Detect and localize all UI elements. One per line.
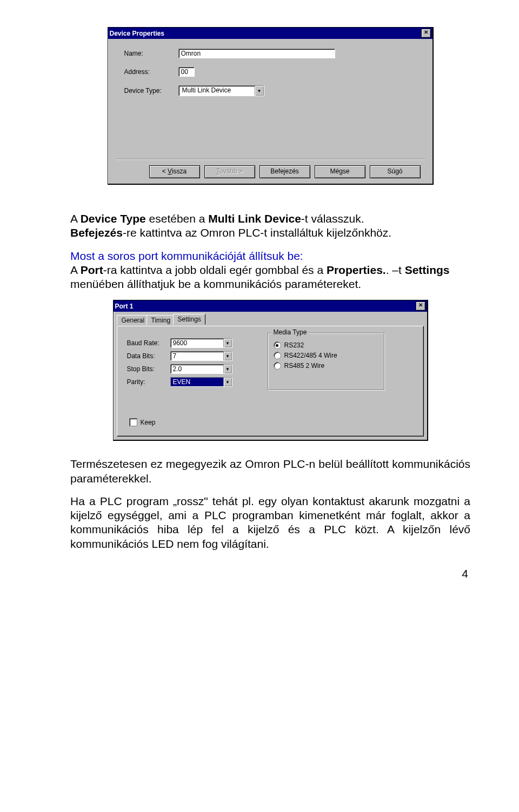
title-bar[interactable]: Device Properties ✕: [108, 28, 432, 39]
paragraph-match-note: Természetesen ez megegyezik az Omron PLC…: [70, 457, 470, 486]
radio-rs485[interactable]: RS485 2 Wire: [274, 362, 376, 370]
radio-icon: [274, 362, 281, 370]
baud-rate-select[interactable]: 9600 ▼: [170, 338, 232, 348]
close-icon[interactable]: ✕: [416, 301, 425, 311]
tab-timing[interactable]: Timing: [147, 315, 174, 325]
tab-general[interactable]: General: [117, 315, 147, 325]
chevron-down-icon[interactable]: ▼: [255, 86, 264, 96]
page-number: 4: [70, 567, 470, 580]
help-button[interactable]: Súgó: [370, 165, 421, 178]
keep-checkbox[interactable]: Keep: [129, 418, 416, 426]
chevron-down-icon[interactable]: ▼: [223, 378, 232, 386]
chevron-down-icon[interactable]: ▼: [223, 365, 232, 373]
parity-select[interactable]: EVEN ▼: [170, 377, 232, 387]
address-label: Address:: [124, 68, 178, 76]
next-button[interactable]: Tovább >: [204, 165, 255, 178]
address-input[interactable]: 00: [178, 67, 195, 77]
radio-rs422[interactable]: RS422/485 4 Wire: [274, 352, 376, 359]
device-properties-dialog: Device Properties ✕ Name: Omron Address:…: [108, 27, 434, 185]
paragraph-serial-port: Most a soros port kommunikációját állíts…: [70, 249, 470, 292]
back-button[interactable]: < Vissza: [149, 165, 200, 178]
name-label: Name:: [124, 50, 178, 57]
dialog-title: Port 1: [115, 303, 134, 310]
chevron-down-icon[interactable]: ▼: [223, 339, 232, 347]
data-bits-select[interactable]: 7 ▼: [170, 351, 232, 361]
devicetype-select[interactable]: Multi Link Device ▼: [178, 85, 264, 96]
paragraph-error-note: Ha a PLC program „rossz" tehát pl. egy o…: [70, 494, 470, 551]
baud-rate-label: Baud Rate:: [127, 339, 170, 347]
radio-icon: [274, 352, 281, 359]
stop-bits-label: Stop Bits:: [127, 365, 170, 373]
devicetype-value: Multi Link Device: [179, 86, 255, 96]
media-type-group: Media Type RS232 RS422/485 4 Wire RS485 …: [268, 333, 384, 390]
chevron-down-icon[interactable]: ▼: [223, 352, 232, 360]
stop-bits-select[interactable]: 2.0 ▼: [170, 364, 232, 374]
close-icon[interactable]: ✕: [421, 29, 431, 38]
cancel-button[interactable]: Mégse: [315, 165, 365, 178]
paragraph-device-type: A Device Type esetében a Multi Link Devi…: [70, 212, 470, 240]
tab-settings[interactable]: Settings: [173, 314, 205, 325]
finish-button[interactable]: Befejezés: [260, 165, 310, 178]
radio-icon: [274, 341, 281, 349]
port-1-dialog: Port 1 ✕ General Timing Settings Baud Ra…: [113, 300, 428, 441]
checkbox-icon: [129, 418, 137, 426]
dialog-title: Device Properties: [110, 30, 164, 37]
parity-label: Parity:: [127, 378, 170, 386]
name-input[interactable]: Omron: [178, 49, 335, 58]
radio-rs232[interactable]: RS232: [274, 341, 376, 349]
media-type-title: Media Type: [271, 328, 309, 336]
title-bar[interactable]: Port 1 ✕: [114, 300, 427, 312]
devicetype-label: Device Type:: [124, 87, 178, 95]
data-bits-label: Data Bits:: [127, 352, 170, 360]
